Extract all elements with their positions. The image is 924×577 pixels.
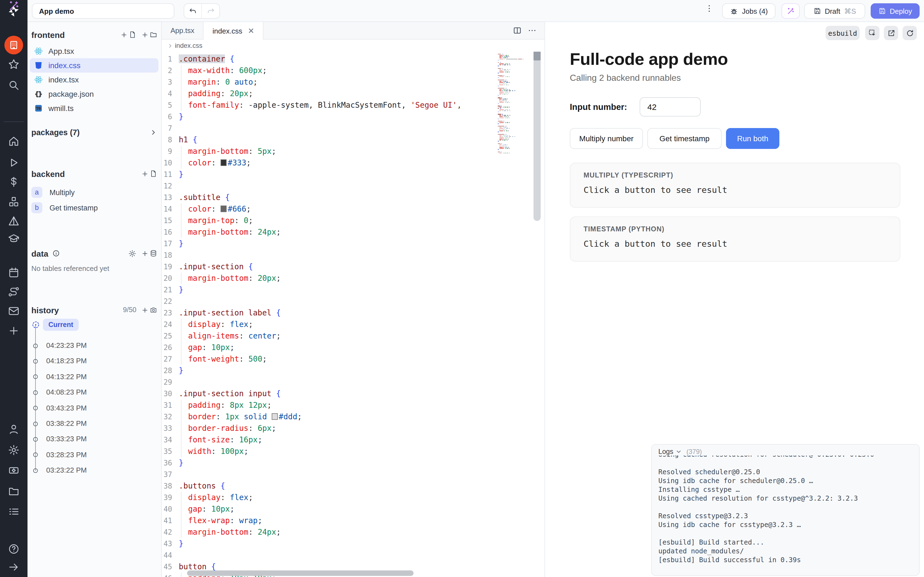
add-snapshot-button[interactable]: [141, 306, 157, 314]
sidebar-item-mail[interactable]: [8, 305, 20, 317]
code-line[interactable]: 36 }: [162, 457, 496, 469]
history-entry[interactable]: 03:38:22 PM: [46, 419, 87, 427]
refresh-button[interactable]: [903, 26, 917, 40]
code-line[interactable]: 11 }: [162, 169, 496, 180]
file-item-index.tsx[interactable]: index.tsx: [30, 73, 158, 87]
sidebar-item-search[interactable]: [8, 79, 20, 91]
code-line[interactable]: 18: [162, 250, 496, 261]
code-line[interactable]: 39 display: flex;: [162, 492, 496, 503]
sidebar-item-star[interactable]: [8, 58, 20, 70]
sidebar-item-folder[interactable]: [8, 485, 20, 497]
code-line[interactable]: 12: [162, 180, 496, 192]
logs-header[interactable]: Logs (379): [652, 445, 919, 456]
packages-section[interactable]: packages (7): [31, 126, 157, 139]
history-entry[interactable]: 04:18:23 PM: [46, 357, 87, 365]
code-line[interactable]: 19 .input-section {: [162, 261, 496, 272]
add-runnable-button[interactable]: [141, 170, 157, 177]
minimap[interactable]: [498, 54, 524, 154]
code-line[interactable]: 16 margin-bottom: 24px;: [162, 226, 496, 238]
add-folder-button[interactable]: [141, 31, 157, 39]
history-entry[interactable]: 03:43:23 PM: [46, 404, 87, 412]
code-line[interactable]: 15 margin-top: 0;: [162, 215, 496, 226]
history-entry[interactable]: 03:23:22 PM: [46, 466, 87, 474]
code-line[interactable]: 8 h1 {: [162, 134, 496, 146]
file-item-App.tsx[interactable]: App.tsx: [30, 44, 158, 58]
code-line[interactable]: 17 }: [162, 238, 496, 250]
code-line[interactable]: 9 margin-bottom: 5px;: [162, 146, 496, 157]
code-line[interactable]: 28 }: [162, 365, 496, 376]
runtime-badge[interactable]: esbuild: [825, 26, 859, 40]
data-settings-button[interactable]: [128, 249, 136, 258]
logs-output[interactable]: Using cached resolution for scheduler@ 0…: [658, 450, 915, 564]
sidebar-item-route[interactable]: [8, 286, 20, 298]
add-table-button[interactable]: [141, 250, 157, 257]
history-entry[interactable]: 03:33:23 PM: [46, 435, 87, 443]
code-line[interactable]: 2 max-width: 600px;: [162, 65, 496, 76]
split-editor-icon[interactable]: [513, 26, 522, 35]
code-line[interactable]: 6 }: [162, 111, 496, 122]
code-line[interactable]: 25 align-items: center;: [162, 330, 496, 342]
sidebar-item-worker[interactable]: [8, 464, 20, 476]
breadcrumb-file[interactable]: index.css: [175, 42, 202, 50]
file-item-package.json[interactable]: {}package.json: [30, 87, 158, 101]
preview-button-run-both[interactable]: Run both: [726, 128, 779, 149]
preview-button-get-timestamp[interactable]: Get timestamp: [647, 128, 722, 149]
code-line[interactable]: 10 color: #333;: [162, 157, 496, 169]
sidebar-item-wand[interactable]: [8, 0, 20, 12]
jobs-button[interactable]: Jobs (4): [722, 3, 775, 19]
close-tab-icon[interactable]: ✕: [248, 26, 254, 35]
code-line[interactable]: 23 .input-section label {: [162, 307, 496, 319]
code-line[interactable]: 24 display: flex;: [162, 319, 496, 330]
code-line[interactable]: 33 border-radius: 6px;: [162, 422, 496, 434]
sidebar-item-gear[interactable]: [8, 444, 20, 456]
code-line[interactable]: 37: [162, 469, 496, 480]
code-line[interactable]: 44: [162, 550, 496, 561]
sidebar-item-user[interactable]: [8, 423, 20, 435]
ai-wand-button[interactable]: [782, 3, 800, 19]
sidebar-item-apps[interactable]: [5, 36, 23, 55]
code-line[interactable]: 21 }: [162, 284, 496, 296]
code-line[interactable]: 20 margin-bottom: 20px;: [162, 272, 496, 284]
editor-menu-icon[interactable]: [527, 26, 537, 35]
code-lines[interactable]: 1 .container { 2 max-width: 600px; 3 mar…: [162, 53, 496, 577]
runnable-item-Multiply[interactable]: a Multiply: [31, 185, 75, 200]
draft-button[interactable]: Draft ⌘S: [804, 3, 865, 19]
sidebar-item-cube[interactable]: [8, 196, 20, 208]
sidebar-item-play[interactable]: [8, 156, 20, 169]
component-picker-button[interactable]: [865, 26, 879, 40]
deploy-button[interactable]: Deploy: [871, 3, 919, 19]
file-item-index.css[interactable]: 3index.css: [30, 58, 158, 73]
history-entry[interactable]: 03:28:23 PM: [46, 451, 87, 459]
code-line[interactable]: 34 font-size: 16px;: [162, 434, 496, 446]
code-line[interactable]: 40 gap: 10px;: [162, 503, 496, 515]
app-title-input[interactable]: App demo: [32, 3, 174, 19]
sidebar-item-arrow[interactable]: [8, 561, 20, 573]
code-line[interactable]: 4 padding: 20px;: [162, 88, 496, 100]
file-item-wmill.ts[interactable]: TSwmill.ts: [30, 101, 158, 115]
sidebar-item-calendar[interactable]: [8, 266, 20, 279]
code-line[interactable]: 30 .input-section input {: [162, 388, 496, 400]
code-line[interactable]: 42 margin-bottom: 24px;: [162, 527, 496, 538]
code-line[interactable]: 43 }: [162, 538, 496, 550]
add-file-button[interactable]: [120, 31, 136, 39]
history-entry[interactable]: 04:08:23 PM: [46, 388, 87, 396]
more-menu-icon[interactable]: [704, 4, 714, 13]
code-line[interactable]: 38 .buttons {: [162, 480, 496, 492]
code-line[interactable]: 27 font-weight: 500;: [162, 353, 496, 365]
sidebar-item-home[interactable]: [8, 135, 20, 147]
code-line[interactable]: 41 flex-wrap: wrap;: [162, 515, 496, 527]
code-line[interactable]: 35 width: 100px;: [162, 446, 496, 457]
code-line[interactable]: 31 padding: 8px 12px;: [162, 400, 496, 411]
sidebar-item-help[interactable]: [8, 543, 20, 555]
open-external-button[interactable]: [884, 26, 898, 40]
sidebar-item-list[interactable]: [8, 506, 20, 517]
code-line[interactable]: 32 border: 1px solid #ddd;: [162, 411, 496, 422]
number-input[interactable]: [640, 97, 701, 116]
sidebar-item-dollar[interactable]: [8, 176, 20, 188]
code-line[interactable]: 26 gap: 10px;: [162, 342, 496, 353]
sidebar-item-school[interactable]: [8, 232, 20, 245]
code-line[interactable]: 5 font-family: -apple-system, BlinkMacSy…: [162, 100, 496, 111]
history-entry[interactable]: 04:23:23 PM: [46, 341, 87, 350]
code-line[interactable]: 29: [162, 376, 496, 388]
code-line[interactable]: 7: [162, 122, 496, 134]
